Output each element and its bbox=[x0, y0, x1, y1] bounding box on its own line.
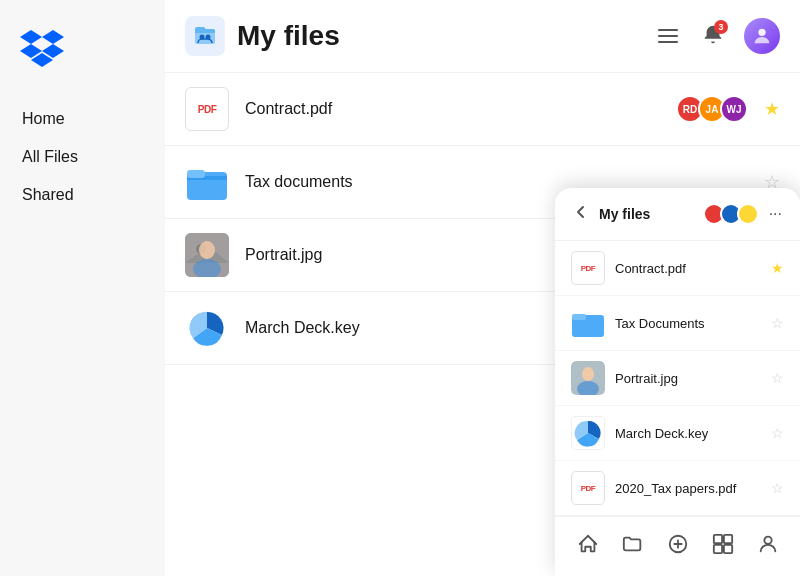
panel-file-row[interactable]: PDF 2020_Tax papers.pdf ☆ bbox=[555, 461, 800, 516]
panel-star-button[interactable]: ☆ bbox=[771, 370, 784, 386]
file-name: Contract.pdf bbox=[245, 100, 660, 118]
panel-pdf-icon-2: PDF bbox=[571, 471, 605, 505]
svg-rect-15 bbox=[572, 314, 586, 320]
panel-file-name: March Deck.key bbox=[615, 426, 761, 441]
file-row[interactable]: PDF Contract.pdf RD JA WJ ★ bbox=[165, 73, 800, 146]
panel-star-button[interactable]: ★ bbox=[771, 260, 784, 276]
panel-profile-button[interactable] bbox=[749, 529, 787, 564]
panel-header: My files ··· bbox=[555, 188, 800, 241]
menu-button[interactable] bbox=[654, 25, 682, 47]
shared-avatars: RD JA WJ bbox=[676, 95, 748, 123]
panel-gallery-button[interactable] bbox=[704, 529, 742, 564]
title-area: My files bbox=[185, 16, 340, 56]
plus-icon bbox=[667, 533, 689, 555]
mobile-panel: My files ··· PDF Contract.pdf ★ bbox=[555, 188, 800, 576]
panel-folder-icon bbox=[571, 306, 605, 340]
panel-file-row[interactable]: PDF Contract.pdf ★ bbox=[555, 241, 800, 296]
panel-title: My files bbox=[599, 206, 695, 222]
panel-file-name: Portrait.jpg bbox=[615, 371, 761, 386]
svg-rect-24 bbox=[713, 545, 721, 553]
dropbox-logo-icon bbox=[20, 30, 64, 68]
svg-point-10 bbox=[199, 241, 215, 259]
star-button[interactable]: ★ bbox=[764, 98, 780, 120]
svg-point-17 bbox=[582, 367, 594, 381]
hamburger-line-3 bbox=[658, 41, 678, 43]
pdf-label: PDF bbox=[198, 104, 217, 115]
avatar-icon bbox=[751, 25, 773, 47]
folder-file-icon bbox=[185, 160, 229, 204]
folder-icon bbox=[193, 24, 217, 48]
panel-pdf-icon: PDF bbox=[571, 251, 605, 285]
svg-rect-22 bbox=[713, 535, 721, 543]
panel-avatar-3 bbox=[737, 203, 759, 225]
header-actions: 3 bbox=[654, 18, 780, 54]
panel-file-name: 2020_Tax papers.pdf bbox=[615, 481, 761, 496]
hamburger-line-1 bbox=[658, 29, 678, 31]
main-content: My files 3 bbox=[165, 0, 800, 576]
panel-star-button[interactable]: ☆ bbox=[771, 425, 784, 441]
panel-back-button[interactable] bbox=[571, 202, 591, 226]
svg-point-3 bbox=[758, 29, 765, 36]
page-title: My files bbox=[237, 20, 340, 52]
svg-point-26 bbox=[764, 537, 771, 544]
panel-file-row[interactable]: Tax Documents ☆ bbox=[555, 296, 800, 351]
panel-file-list: PDF Contract.pdf ★ Tax Documents ☆ bbox=[555, 241, 800, 516]
panel-more-button[interactable]: ··· bbox=[767, 203, 784, 225]
sidebar-item-shared[interactable]: Shared bbox=[10, 178, 155, 212]
pie-chart-icon bbox=[185, 306, 229, 350]
panel-keynote-icon bbox=[571, 416, 605, 450]
panel-folder-button[interactable] bbox=[614, 529, 652, 564]
notifications-button[interactable]: 3 bbox=[698, 20, 728, 53]
user-avatar-button[interactable] bbox=[744, 18, 780, 54]
chevron-left-icon bbox=[573, 204, 589, 220]
panel-add-button[interactable] bbox=[659, 529, 697, 564]
panel-avatars bbox=[703, 203, 759, 225]
panel-file-row[interactable]: March Deck.key ☆ bbox=[555, 406, 800, 461]
svg-rect-25 bbox=[723, 545, 731, 553]
panel-file-name: Contract.pdf bbox=[615, 261, 761, 276]
gallery-icon bbox=[712, 533, 734, 555]
svg-rect-5 bbox=[187, 170, 205, 178]
pdf-file-icon: PDF bbox=[185, 87, 229, 131]
panel-star-button[interactable]: ☆ bbox=[771, 480, 784, 496]
sidebar-item-home[interactable]: Home bbox=[10, 102, 155, 136]
folder-header-icon bbox=[185, 16, 225, 56]
panel-bottom-bar bbox=[555, 516, 800, 576]
sidebar-logo bbox=[0, 20, 165, 102]
svg-rect-23 bbox=[723, 535, 731, 543]
main-header: My files 3 bbox=[165, 0, 800, 73]
sidebar-item-all-files[interactable]: All Files bbox=[10, 140, 155, 174]
avatar-wj: WJ bbox=[720, 95, 748, 123]
home-icon bbox=[577, 533, 599, 555]
hamburger-line-2 bbox=[658, 35, 678, 37]
sidebar: Home All Files Shared bbox=[0, 0, 165, 576]
panel-star-button[interactable]: ☆ bbox=[771, 315, 784, 331]
panel-file-name: Tax Documents bbox=[615, 316, 761, 331]
image-file-icon bbox=[185, 233, 229, 277]
sidebar-nav: Home All Files Shared bbox=[0, 102, 165, 212]
folder-nav-icon bbox=[622, 533, 644, 555]
notification-badge: 3 bbox=[714, 20, 728, 34]
panel-home-button[interactable] bbox=[569, 529, 607, 564]
panel-image-icon bbox=[571, 361, 605, 395]
keynote-file-icon bbox=[185, 306, 229, 350]
panel-file-row[interactable]: Portrait.jpg ☆ bbox=[555, 351, 800, 406]
profile-icon bbox=[757, 533, 779, 555]
